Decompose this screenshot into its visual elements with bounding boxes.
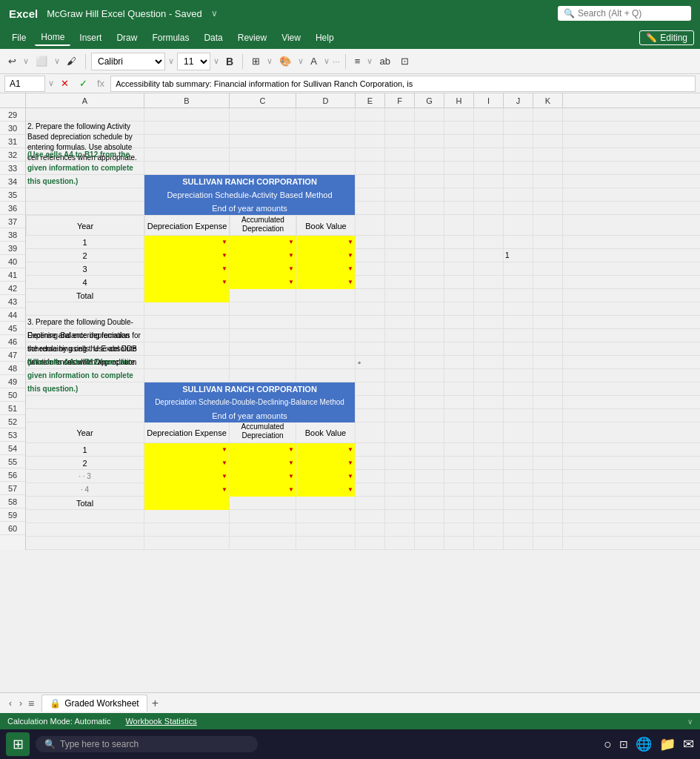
copy-button[interactable]: ⬜ [32,53,51,69]
cell-f36[interactable] [385,202,415,215]
cell-a60[interactable] [26,537,144,550]
nav-prev-button[interactable]: ‹ [6,697,15,710]
cell-e47[interactable]: ∘ [356,356,385,369]
chrome-icon[interactable]: 🌐 [636,736,652,752]
cell-d40[interactable]: ▼ [296,262,356,276]
cell-d31[interactable] [296,135,356,148]
cell-d44[interactable] [296,316,356,329]
cell-d32[interactable] [296,148,356,162]
cell-f53[interactable] [385,443,415,457]
cell-f60[interactable] [385,537,415,550]
cell-k58[interactable] [533,510,563,523]
cell-e33[interactable] [356,162,385,175]
sheet-tab-graded-worksheet[interactable]: 🔒 Graded Worksheet [41,695,147,712]
cell-e51[interactable] [356,409,385,422]
cell-e56[interactable] [356,483,385,497]
workbook-stats[interactable]: Workbook Statistics [125,717,196,726]
cell-i29[interactable] [474,108,504,122]
cell-i49[interactable] [474,382,504,396]
cell-i47[interactable] [474,356,504,369]
cell-e43[interactable] [356,302,385,316]
cell-c52[interactable]: AccumulatedDepreciation [230,422,296,443]
cell-k54[interactable] [533,457,563,470]
cell-h33[interactable] [444,162,474,175]
cell-i50[interactable] [474,396,504,409]
cell-b54[interactable]: ▼ [144,457,230,470]
cell-c58[interactable] [230,510,296,523]
cell-e50[interactable] [356,396,385,409]
cell-i48[interactable] [474,369,504,382]
cell-d47[interactable] [296,356,356,369]
cell-g46[interactable] [415,342,444,356]
cell-a59[interactable] [26,523,144,537]
cell-c30[interactable] [230,122,296,135]
cell-i51[interactable] [474,409,504,422]
cell-k36[interactable] [533,202,563,215]
cell-a32[interactable]: (Use cells A4 to B12 from the given info… [26,148,144,162]
cell-d38[interactable]: ▼ [296,236,356,249]
cell-a55[interactable]: · · 3 [26,470,144,483]
mail-icon[interactable]: ✉ [683,736,694,752]
bold-button[interactable]: B [222,53,237,70]
cell-j44[interactable] [504,316,533,329]
cell-a52[interactable]: Year [26,422,144,443]
cell-i58[interactable] [474,510,504,523]
cell-g42[interactable] [415,289,444,302]
cell-reference[interactable] [4,76,45,92]
cell-k31[interactable] [533,135,563,148]
cell-h56[interactable] [444,483,474,497]
cell-a44[interactable]: 3. Prepare the following Double-Declinin… [26,316,144,329]
cell-i32[interactable] [474,148,504,162]
cell-a34[interactable] [26,175,144,188]
cell-h44[interactable] [444,316,474,329]
cell-b58[interactable] [144,510,230,523]
cell-c45[interactable] [230,329,296,342]
cell-d55[interactable]: ▼ [296,470,356,483]
cell-a29[interactable] [26,108,144,122]
cell-g54[interactable] [415,457,444,470]
cell-k49[interactable] [533,382,563,396]
cell-i44[interactable] [474,316,504,329]
cell-h57[interactable] [444,497,474,510]
border-button[interactable]: ⊞ [248,53,264,69]
cell-g45[interactable] [415,329,444,342]
cell-f47[interactable] [385,356,415,369]
cell-f54[interactable] [385,457,415,470]
cell-f33[interactable] [385,162,415,175]
cell-b46[interactable] [144,342,230,356]
add-sheet-button[interactable]: + [147,697,163,710]
cell-i30[interactable] [474,122,504,135]
cell-g48[interactable] [415,369,444,382]
cell-i40[interactable] [474,262,504,276]
confirm-formula-button[interactable]: ✓ [76,76,91,91]
cell-e60[interactable] [356,537,385,550]
cell-c57[interactable] [230,497,296,510]
cell-b39[interactable]: ▼ [144,249,230,262]
cell-b30[interactable] [144,122,230,135]
cell-i55[interactable] [474,470,504,483]
task-view-icon[interactable]: ⊡ [619,738,628,750]
cell-b33[interactable] [144,162,230,175]
cell-i43[interactable] [474,302,504,316]
cell-j59[interactable] [504,523,533,537]
cell-c39[interactable]: ▼ [230,249,296,262]
cell-j53[interactable] [504,443,533,457]
cell-a45[interactable]: Expense and entering formulas for the re… [26,329,144,342]
cell-i39[interactable] [474,249,504,262]
cell-h51[interactable] [444,409,474,422]
cell-e58[interactable] [356,510,385,523]
cell-h49[interactable] [444,382,474,396]
cell-k37[interactable] [533,215,563,236]
file-explorer-icon[interactable]: 📁 [659,736,676,752]
cell-g55[interactable] [415,470,444,483]
cell-e48[interactable] [356,369,385,382]
cell-a38[interactable]: 1 [26,236,144,249]
cell-b43[interactable] [144,302,230,316]
cell-f35[interactable] [385,188,415,202]
cell-e29[interactable] [356,108,385,122]
cell-h36[interactable] [444,202,474,215]
cell-k44[interactable] [533,316,563,329]
cell-g47[interactable] [415,356,444,369]
cell-g53[interactable] [415,443,444,457]
cell-k50[interactable] [533,396,563,409]
